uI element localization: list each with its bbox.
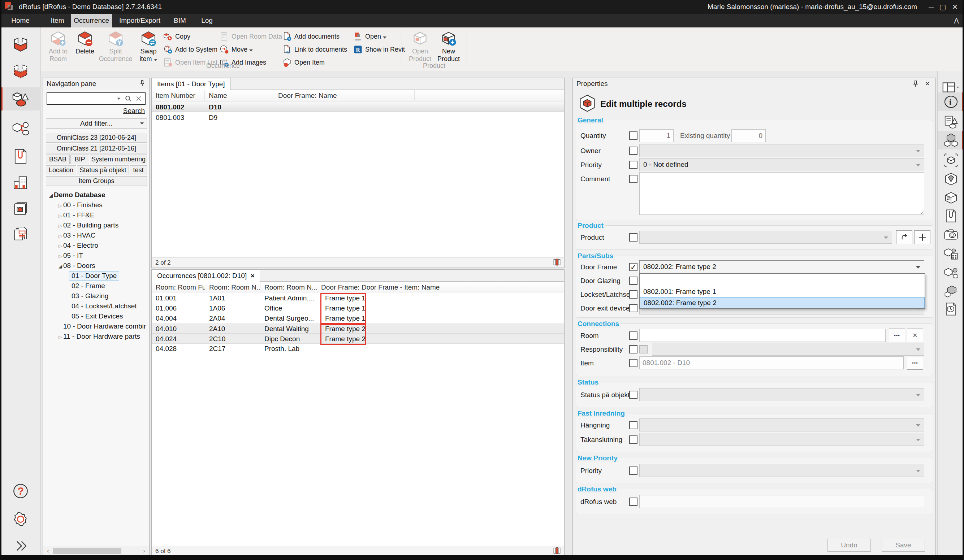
tree-node[interactable]: 01 - FF&E xyxy=(43,210,149,220)
tree-expanded-icon[interactable] xyxy=(57,262,63,270)
occurrences-tab[interactable]: Occurrences [0801.002: D10] × xyxy=(152,270,260,282)
tree-node-demo-database[interactable]: Demo Database xyxy=(43,190,149,200)
door-glazing-checkbox[interactable] xyxy=(629,277,637,285)
responsibility-sub-checkbox[interactable] xyxy=(639,345,648,353)
status-pa-objekt-checkbox[interactable] xyxy=(629,391,637,399)
tool-products[interactable] xyxy=(938,170,964,189)
copy-button[interactable]: Copy xyxy=(163,31,191,42)
filter-bsab-button[interactable]: BSAB xyxy=(46,155,70,164)
new-priority-select[interactable] xyxy=(639,464,924,477)
tree-node-doors[interactable]: 08 - Doors xyxy=(43,261,149,271)
column-header-name[interactable]: Name xyxy=(205,90,274,101)
owner-checkbox[interactable] xyxy=(629,147,637,155)
settings-button[interactable] xyxy=(0,508,41,531)
column-header-empty[interactable] xyxy=(415,90,562,101)
tree-collapsed-icon[interactable] xyxy=(57,211,63,219)
delete-button[interactable]: Delete xyxy=(74,30,96,55)
undo-button[interactable]: Undo xyxy=(827,539,871,552)
filter-location-button[interactable]: Location xyxy=(46,165,76,175)
tool-systems[interactable] xyxy=(938,264,964,282)
scroll-right-icon[interactable]: › xyxy=(139,548,149,554)
tree-node[interactable]: 11 - Door Hardware parts xyxy=(43,332,149,342)
dropdown-option-frame-type-1[interactable]: 0802.001: Frame type 1 xyxy=(640,286,925,297)
dropdown-option-frame-type-2[interactable]: 0802.002: Frame type 2 xyxy=(640,297,925,308)
tree-node[interactable]: 10 - Door Hardware combir xyxy=(43,321,149,332)
goto-product-button[interactable] xyxy=(896,230,912,244)
dropdown-option-empty[interactable] xyxy=(640,273,925,286)
priority-checkbox[interactable] xyxy=(629,161,637,169)
room-browse-button[interactable]: ••• xyxy=(889,329,905,342)
responsibility-select[interactable] xyxy=(652,343,924,356)
lockset-latchset-checkbox[interactable] xyxy=(629,290,637,299)
tab-item[interactable]: Item xyxy=(46,14,68,28)
sidebar-item-reports[interactable] xyxy=(0,222,41,246)
filter-status-pa-objekt-button[interactable]: Status på objekt xyxy=(77,165,129,175)
tab-home[interactable]: Home xyxy=(0,14,41,28)
tree-node[interactable]: 04 - Lockset/Latchset xyxy=(43,301,149,311)
sidebar-item-room-templates[interactable] xyxy=(0,61,41,84)
tree-collapsed-icon[interactable] xyxy=(57,201,63,209)
save-button[interactable]: Save xyxy=(882,539,925,552)
tree-collapsed-icon[interactable] xyxy=(57,221,63,229)
tree-node[interactable]: 00 - Finishes xyxy=(43,200,149,210)
sidebar-item-documents[interactable] xyxy=(0,145,41,168)
open-room-data-button[interactable]: Open Room Data xyxy=(220,31,282,42)
tool-bim-model[interactable] xyxy=(938,151,964,170)
column-header-door-frame-name[interactable]: Door Frame: Name xyxy=(274,90,415,101)
column-header-room-func[interactable]: Room: Room Fu... xyxy=(152,282,205,293)
minimize-button[interactable]: ─ xyxy=(926,2,936,11)
column-header-item-number[interactable]: Item Number xyxy=(152,90,205,101)
sidebar-item-items[interactable] xyxy=(0,87,41,111)
swap-item-button[interactable]: Swap item xyxy=(137,30,160,63)
filter-test-button[interactable]: test xyxy=(130,165,147,175)
tool-log[interactable] xyxy=(938,300,964,319)
add-filter-dropdown[interactable]: Add filter... xyxy=(46,119,147,129)
tool-attachments[interactable] xyxy=(938,207,964,225)
link-to-documents-button[interactable]: Link to documents xyxy=(282,44,347,55)
tree-node[interactable]: 04 - Electro xyxy=(43,241,149,251)
tab-bim[interactable]: BIM xyxy=(168,14,191,28)
close-button[interactable]: ✕ xyxy=(949,2,961,11)
sidebar-item-buildings[interactable] xyxy=(0,171,41,194)
items-row-selected[interactable]: 0801.002 D10 xyxy=(152,102,564,112)
door-exit-devices-checkbox[interactable] xyxy=(629,304,637,312)
existing-quantity-input[interactable] xyxy=(731,129,766,142)
quantity-input[interactable] xyxy=(639,129,674,142)
tool-item-datasheet[interactable] xyxy=(938,112,964,132)
tree-node-door-type[interactable]: 01 - Door Type xyxy=(43,271,149,281)
tool-sub-items[interactable] xyxy=(938,282,964,300)
tool-occurrences[interactable] xyxy=(938,131,964,150)
responsibility-checkbox[interactable] xyxy=(629,345,637,353)
tool-images[interactable] xyxy=(938,225,964,244)
help-button[interactable]: ? xyxy=(0,480,41,503)
product-checkbox[interactable] xyxy=(629,233,637,241)
tool-packages[interactable] xyxy=(938,189,964,207)
open-product-button[interactable]: Open Product xyxy=(407,30,433,63)
close-panel-icon[interactable]: × xyxy=(925,79,930,88)
column-header-room-number[interactable]: Room: Room N... xyxy=(205,282,261,293)
sidebar-item-rooms[interactable] xyxy=(0,34,41,57)
item-input[interactable] xyxy=(639,357,904,370)
priority-select[interactable]: 0 - Not defined xyxy=(639,158,924,171)
new-product-inline-button[interactable] xyxy=(914,230,930,244)
tool-classification[interactable] xyxy=(938,245,964,264)
add-documents-button[interactable]: Add documents xyxy=(282,31,340,42)
drofus-web-input[interactable] xyxy=(639,495,924,508)
filter-omniclass21-button[interactable]: OmniClass 21 [2012-05-16] xyxy=(46,144,147,153)
tree-collapsed-icon[interactable] xyxy=(57,332,63,340)
tree-node[interactable]: 05 - Exit Devices xyxy=(43,311,149,321)
search-link[interactable]: Search xyxy=(123,107,145,115)
door-frame-checkbox[interactable]: ✓ xyxy=(629,263,637,271)
owner-select[interactable] xyxy=(639,144,924,157)
search-input[interactable] xyxy=(47,93,146,105)
show-in-revit-button[interactable]: R Show in Revit xyxy=(353,44,405,55)
quantity-checkbox[interactable] xyxy=(629,132,637,140)
item-checkbox[interactable] xyxy=(629,359,637,367)
horizontal-scrollbar[interactable]: ‹ › xyxy=(43,546,149,556)
new-priority-checkbox[interactable] xyxy=(629,467,637,475)
open-web-button[interactable]: www Open xyxy=(353,31,386,42)
column-header-door-frame-item-name[interactable]: Door Frame: Door Frame - Item: Name xyxy=(317,282,562,293)
hangning-select[interactable] xyxy=(639,418,924,431)
tree-collapsed-icon[interactable] xyxy=(57,231,63,239)
sidebar-item-systems[interactable] xyxy=(0,117,41,140)
